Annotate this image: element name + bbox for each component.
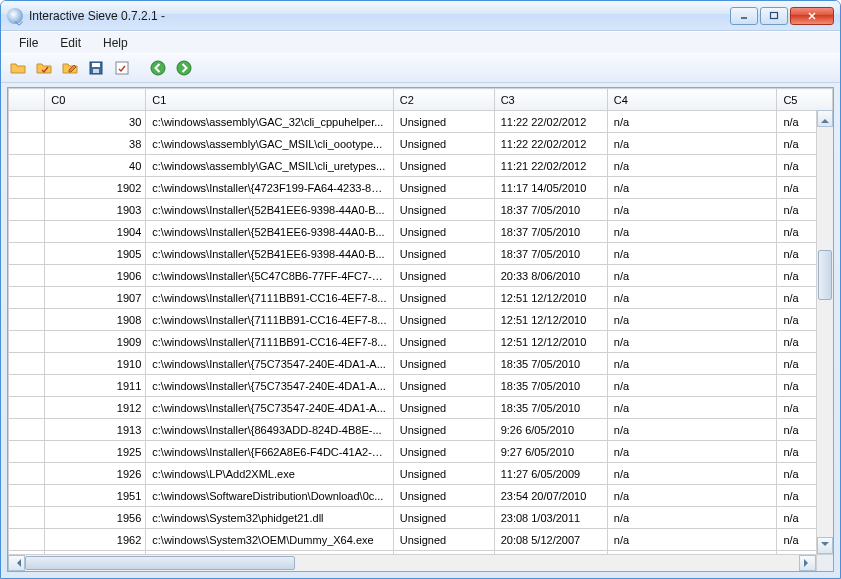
table-row[interactable]: 1951c:\windows\SoftwareDistribution\Down… xyxy=(9,485,833,507)
cell-c3[interactable]: 23:54 20/07/2010 xyxy=(494,485,607,507)
scroll-left-button[interactable] xyxy=(8,555,25,571)
cell-c3[interactable]: 11:22 22/02/2012 xyxy=(494,111,607,133)
cell-c0[interactable]: 1911 xyxy=(45,375,146,397)
cell-c0[interactable]: 1908 xyxy=(45,309,146,331)
row-header-cell[interactable] xyxy=(9,177,45,199)
cell-c2[interactable]: Unsigned xyxy=(393,287,494,309)
cell-c2[interactable]: Unsigned xyxy=(393,419,494,441)
cell-c0[interactable]: 30 xyxy=(45,111,146,133)
cell-c0[interactable]: 1912 xyxy=(45,397,146,419)
cell-c3[interactable]: 18:37 7/05/2010 xyxy=(494,221,607,243)
table-row[interactable]: 1925c:\windows\Installer\{F662A8E6-F4DC-… xyxy=(9,441,833,463)
table-row[interactable]: 1907c:\windows\Installer\{7111BB91-CC16-… xyxy=(9,287,833,309)
cell-c4[interactable]: n/a xyxy=(607,463,777,485)
cell-c3[interactable]: 9:26 6/05/2010 xyxy=(494,419,607,441)
table-row[interactable]: 1962c:\windows\System32\OEM\Dummy_X64.ex… xyxy=(9,529,833,551)
cell-c2[interactable]: Unsigned xyxy=(393,199,494,221)
table-row[interactable]: 30c:\windows\assembly\GAC_32\cli_cppuhel… xyxy=(9,111,833,133)
cell-c2[interactable]: Unsigned xyxy=(393,111,494,133)
cell-c4[interactable]: n/a xyxy=(607,309,777,331)
row-header-cell[interactable] xyxy=(9,221,45,243)
cell-c2[interactable]: Unsigned xyxy=(393,177,494,199)
row-header-cell[interactable] xyxy=(9,133,45,155)
cell-c4[interactable]: n/a xyxy=(607,221,777,243)
table-row[interactable]: 1902c:\windows\Installer\{4723F199-FA64-… xyxy=(9,177,833,199)
row-header-cell[interactable] xyxy=(9,397,45,419)
cell-c1[interactable]: c:\windows\Installer\{5C47C8B6-77FF-4FC7… xyxy=(146,265,393,287)
row-header-cell[interactable] xyxy=(9,265,45,287)
cell-c1[interactable]: c:\windows\Installer\{52B41EE6-9398-44A0… xyxy=(146,199,393,221)
col-header-c5[interactable]: C5 xyxy=(777,89,833,111)
cell-c0[interactable]: 1907 xyxy=(45,287,146,309)
cell-c4[interactable]: n/a xyxy=(607,265,777,287)
cell-c4[interactable]: n/a xyxy=(607,507,777,529)
row-header-cell[interactable] xyxy=(9,287,45,309)
cell-c2[interactable]: Unsigned xyxy=(393,243,494,265)
table-row[interactable]: 1904c:\windows\Installer\{52B41EE6-9398-… xyxy=(9,221,833,243)
cell-c4[interactable]: n/a xyxy=(607,419,777,441)
cell-c2[interactable]: Unsigned xyxy=(393,353,494,375)
cell-c0[interactable]: 1904 xyxy=(45,221,146,243)
col-header-c2[interactable]: C2 xyxy=(393,89,494,111)
table-row[interactable]: 1926c:\windows\LP\Add2XML.exeUnsigned11:… xyxy=(9,463,833,485)
row-header-cell[interactable] xyxy=(9,485,45,507)
horizontal-scroll-thumb[interactable] xyxy=(25,556,295,570)
cell-c1[interactable]: c:\windows\Installer\{52B41EE6-9398-44A0… xyxy=(146,243,393,265)
cell-c2[interactable]: Unsigned xyxy=(393,309,494,331)
cell-c4[interactable]: n/a xyxy=(607,397,777,419)
cell-c1[interactable]: c:\windows\Installer\{F662A8E6-F4DC-41A2… xyxy=(146,441,393,463)
cell-c1[interactable]: c:\windows\Installer\{7111BB91-CC16-4EF7… xyxy=(146,309,393,331)
cell-c2[interactable]: Unsigned xyxy=(393,463,494,485)
cell-c1[interactable]: c:\windows\Installer\{86493ADD-824D-4B8E… xyxy=(146,419,393,441)
row-header-cell[interactable] xyxy=(9,111,45,133)
cell-c3[interactable]: 18:37 7/05/2010 xyxy=(494,199,607,221)
vertical-scroll-thumb[interactable] xyxy=(818,250,832,300)
row-header-cell[interactable] xyxy=(9,353,45,375)
cell-c3[interactable]: 18:37 7/05/2010 xyxy=(494,243,607,265)
scroll-up-button[interactable] xyxy=(817,110,833,127)
grid-scroll[interactable]: C0 C1 C2 C3 C4 C5 30c:\windows\assembly\… xyxy=(8,88,833,554)
cell-c0[interactable]: 1925 xyxy=(45,441,146,463)
cell-c2[interactable]: Unsigned xyxy=(393,375,494,397)
col-header-c4[interactable]: C4 xyxy=(607,89,777,111)
maximize-button[interactable] xyxy=(760,7,788,25)
cell-c2[interactable]: Unsigned xyxy=(393,507,494,529)
cell-c4[interactable]: n/a xyxy=(607,287,777,309)
cell-c1[interactable]: c:\windows\Installer\{4723F199-FA64-4233… xyxy=(146,177,393,199)
cell-c3[interactable]: 18:35 7/05/2010 xyxy=(494,353,607,375)
table-row[interactable]: 1908c:\windows\Installer\{7111BB91-CC16-… xyxy=(9,309,833,331)
back-button[interactable] xyxy=(147,57,169,79)
cell-c0[interactable]: 38 xyxy=(45,133,146,155)
cell-c3[interactable]: 11:21 22/02/2012 xyxy=(494,155,607,177)
cell-c3[interactable]: 18:35 7/05/2010 xyxy=(494,375,607,397)
properties-button[interactable] xyxy=(111,57,133,79)
cell-c3[interactable]: 11:17 14/05/2010 xyxy=(494,177,607,199)
table-row[interactable]: 1956c:\windows\System32\phidget21.dllUns… xyxy=(9,507,833,529)
table-row[interactable]: 1912c:\windows\Installer\{75C73547-240E-… xyxy=(9,397,833,419)
cell-c2[interactable]: Unsigned xyxy=(393,221,494,243)
cell-c0[interactable]: 40 xyxy=(45,155,146,177)
row-header-cell[interactable] xyxy=(9,419,45,441)
cell-c1[interactable]: c:\windows\Installer\{52B41EE6-9398-44A0… xyxy=(146,221,393,243)
table-row[interactable]: 1906c:\windows\Installer\{5C47C8B6-77FF-… xyxy=(9,265,833,287)
close-button[interactable] xyxy=(790,7,834,25)
cell-c3[interactable]: 9:27 6/05/2010 xyxy=(494,441,607,463)
row-header-cell[interactable] xyxy=(9,309,45,331)
cell-c1[interactable]: c:\windows\assembly\GAC_MSIL\cli_oootype… xyxy=(146,133,393,155)
cell-c3[interactable]: 20:08 5/12/2007 xyxy=(494,529,607,551)
table-row[interactable]: 1903c:\windows\Installer\{52B41EE6-9398-… xyxy=(9,199,833,221)
cell-c0[interactable]: 1910 xyxy=(45,353,146,375)
table-row[interactable]: 38c:\windows\assembly\GAC_MSIL\cli_oooty… xyxy=(9,133,833,155)
cell-c4[interactable]: n/a xyxy=(607,133,777,155)
cell-c1[interactable]: c:\windows\assembly\GAC_MSIL\cli_uretype… xyxy=(146,155,393,177)
table-row[interactable]: 1910c:\windows\Installer\{75C73547-240E-… xyxy=(9,353,833,375)
row-header-cell[interactable] xyxy=(9,199,45,221)
cell-c4[interactable]: n/a xyxy=(607,441,777,463)
table-row[interactable]: 40c:\windows\assembly\GAC_MSIL\cli_urety… xyxy=(9,155,833,177)
folder-check-button[interactable] xyxy=(33,57,55,79)
menu-edit[interactable]: Edit xyxy=(50,34,91,52)
row-header-cell[interactable] xyxy=(9,463,45,485)
cell-c1[interactable]: c:\windows\Installer\{7111BB91-CC16-4EF7… xyxy=(146,331,393,353)
cell-c4[interactable]: n/a xyxy=(607,111,777,133)
row-header-cell[interactable] xyxy=(9,441,45,463)
